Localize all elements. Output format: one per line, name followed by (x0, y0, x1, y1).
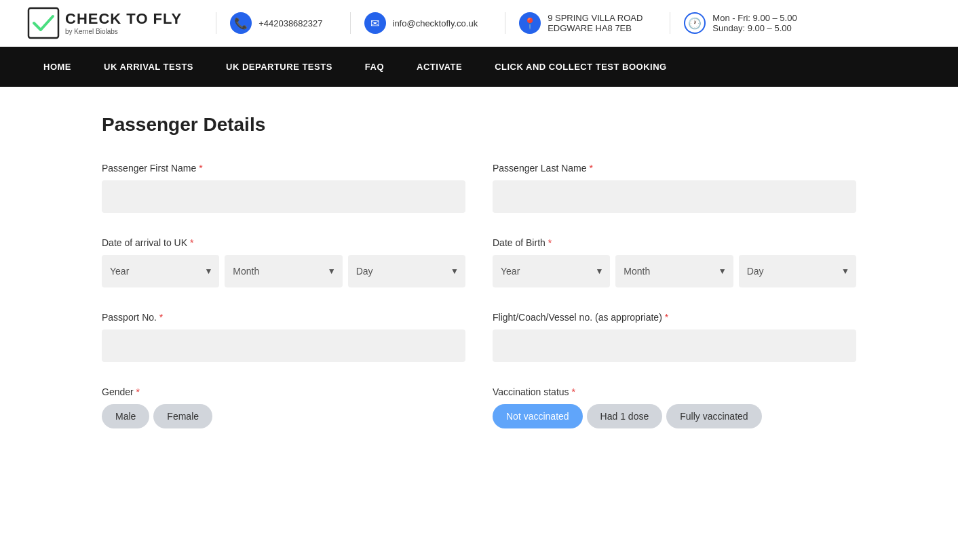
first-name-required: * (196, 163, 202, 174)
dob-label: Date of Birth * (493, 237, 856, 248)
phone-icon: 📞 (230, 12, 252, 34)
email-contact: ✉ info@checktofly.co.uk (350, 12, 492, 34)
phone-contact: 📞 +442038682327 (216, 12, 336, 34)
vax-one-btn[interactable]: Had 1 dose (587, 404, 663, 428)
location-icon: 📍 (519, 12, 541, 34)
vaccination-required: * (569, 386, 575, 397)
arrival-month-wrapper: Month ▼ (225, 255, 342, 287)
phone-number[interactable]: +442038682327 (258, 18, 322, 28)
gender-toggle-group: Male Female (102, 404, 465, 428)
nav-home[interactable]: HOME (27, 47, 88, 87)
flight-required: * (662, 312, 668, 323)
clock-icon: 🕐 (684, 12, 706, 34)
passport-label: Passport No. * (102, 312, 465, 323)
vax-full-btn[interactable]: Fully vaccinated (666, 404, 761, 428)
logo-text: CHECK TO FLY (65, 11, 182, 27)
vaccination-group: Vaccination status * Not vaccinated Had … (493, 386, 856, 428)
flight-label: Flight/Coach/Vessel no. (as appropriate)… (493, 312, 856, 323)
arrival-date-required: * (187, 237, 193, 248)
address-contact: 📍 9 SPRING VILLA ROAD EDGWARE HA8 7EB (505, 12, 656, 34)
arrival-day-select[interactable]: Day (348, 255, 465, 287)
nav-uk-arrival[interactable]: UK ARRIVAL TESTS (88, 47, 210, 87)
page-title: Passenger Details (102, 114, 856, 136)
nav-uk-departure[interactable]: UK DEPARTURE TESTS (210, 47, 349, 87)
dob-day-wrapper: Day ▼ (739, 255, 856, 287)
nav-activate[interactable]: ACTIVATE (400, 47, 478, 87)
gender-female-btn[interactable]: Female (153, 404, 212, 428)
vaccination-toggle-group: Not vaccinated Had 1 dose Fully vaccinat… (493, 404, 856, 428)
arrival-date-group: Date of arrival to UK * Year ▼ Month ▼ (102, 237, 465, 287)
vax-not-btn[interactable]: Not vaccinated (493, 404, 583, 428)
email-icon: ✉ (364, 12, 386, 34)
gender-required: * (134, 386, 140, 397)
last-name-input[interactable] (493, 180, 856, 213)
top-bar: CHECK TO FLY by Kernel Biolabs 📞 +442038… (0, 0, 958, 47)
last-name-label: Passenger Last Name * (493, 163, 856, 174)
first-name-group: Passenger First Name * (102, 163, 465, 213)
main-content: Passenger Details Passenger First Name *… (0, 87, 958, 480)
flight-group: Flight/Coach/Vessel no. (as appropriate)… (493, 312, 856, 362)
name-row: Passenger First Name * Passenger Last Na… (102, 163, 856, 213)
dob-month-select[interactable]: Month (615, 255, 733, 287)
vaccination-label: Vaccination status * (493, 386, 856, 397)
arrival-date-selects: Year ▼ Month ▼ Day ▼ (102, 255, 465, 287)
flight-input[interactable] (493, 329, 856, 362)
gender-group: Gender * Male Female (102, 386, 465, 428)
arrival-date-label: Date of arrival to UK * (102, 237, 465, 248)
passport-input[interactable] (102, 329, 465, 362)
gender-label: Gender * (102, 386, 465, 397)
hours-text: Mon - Fri: 9.00 – 5.00 Sunday: 9.00 – 5.… (712, 13, 797, 33)
logo-sub: by Kernel Biolabs (65, 28, 182, 35)
dob-date-selects: Year ▼ Month ▼ Day ▼ (493, 255, 856, 287)
main-nav: HOME UK ARRIVAL TESTS UK DEPARTURE TESTS… (0, 47, 958, 87)
passport-group: Passport No. * (102, 312, 465, 362)
arrival-day-wrapper: Day ▼ (348, 255, 465, 287)
logo[interactable]: CHECK TO FLY by Kernel Biolabs (27, 7, 182, 39)
nav-click-collect[interactable]: CLICK AND COLLECT TEST BOOKING (478, 47, 683, 87)
email-address[interactable]: info@checktofly.co.uk (393, 18, 478, 28)
dob-year-select[interactable]: Year (493, 255, 610, 287)
last-name-required: * (587, 163, 593, 174)
last-name-group: Passenger Last Name * (493, 163, 856, 213)
dob-required: * (545, 237, 552, 248)
passport-required: * (157, 312, 163, 323)
dob-month-wrapper: Month ▼ (615, 255, 733, 287)
passport-flight-row: Passport No. * Flight/Coach/Vessel no. (… (102, 312, 856, 362)
arrival-year-select[interactable]: Year (102, 255, 219, 287)
date-row: Date of arrival to UK * Year ▼ Month ▼ (102, 237, 856, 287)
dob-day-select[interactable]: Day (739, 255, 856, 287)
first-name-input[interactable] (102, 180, 465, 213)
dob-year-wrapper: Year ▼ (493, 255, 610, 287)
arrival-year-wrapper: Year ▼ (102, 255, 219, 287)
hours-contact: 🕐 Mon - Fri: 9.00 – 5.00 Sunday: 9.00 – … (670, 12, 810, 34)
first-name-label: Passenger First Name * (102, 163, 465, 174)
nav-faq[interactable]: FAQ (349, 47, 400, 87)
gender-vaccination-row: Gender * Male Female Vaccination status … (102, 386, 856, 428)
arrival-month-select[interactable]: Month (225, 255, 342, 287)
gender-male-btn[interactable]: Male (102, 404, 149, 428)
dob-group: Date of Birth * Year ▼ Month ▼ (493, 237, 856, 287)
address-text: 9 SPRING VILLA ROAD EDGWARE HA8 7EB (548, 13, 643, 33)
